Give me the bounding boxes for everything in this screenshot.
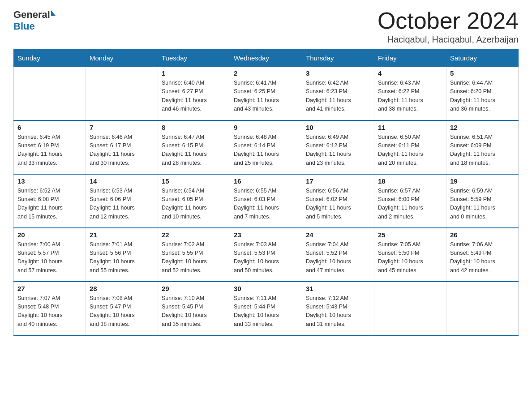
day-info: Sunrise: 6:44 AM Sunset: 6:20 PM Dayligh… (450, 79, 515, 114)
title-section: October 2024 Haciqabul, Haciqabul, Azerb… (378, 9, 519, 45)
day-info: Sunrise: 7:05 AM Sunset: 5:50 PM Dayligh… (378, 240, 442, 275)
day-info: Sunrise: 7:11 AM Sunset: 5:44 PM Dayligh… (234, 294, 298, 329)
day-number: 24 (306, 231, 370, 239)
calendar-cell: 10Sunrise: 6:49 AM Sunset: 6:12 PM Dayli… (302, 120, 374, 174)
calendar-cell: 17Sunrise: 6:56 AM Sunset: 6:02 PM Dayli… (302, 174, 374, 228)
day-info: Sunrise: 6:56 AM Sunset: 6:02 PM Dayligh… (306, 187, 370, 222)
logo-blue-text: Blue (13, 21, 56, 32)
day-number: 11 (378, 124, 442, 131)
calendar-cell: 16Sunrise: 6:55 AM Sunset: 6:03 PM Dayli… (230, 174, 302, 228)
day-number: 26 (450, 231, 515, 239)
day-info: Sunrise: 6:49 AM Sunset: 6:12 PM Dayligh… (306, 133, 370, 168)
day-info: Sunrise: 6:51 AM Sunset: 6:09 PM Dayligh… (450, 133, 515, 168)
day-number: 6 (17, 124, 82, 131)
weekday-header-wednesday: Wednesday (230, 50, 302, 67)
day-number: 30 (234, 285, 298, 292)
day-info: Sunrise: 6:55 AM Sunset: 6:03 PM Dayligh… (234, 187, 298, 222)
week-row-1: 1Sunrise: 6:40 AM Sunset: 6:27 PM Daylig… (14, 67, 519, 120)
calendar-cell: 15Sunrise: 6:54 AM Sunset: 6:05 PM Dayli… (158, 174, 230, 228)
day-info: Sunrise: 6:40 AM Sunset: 6:27 PM Dayligh… (162, 79, 226, 114)
day-number: 1 (162, 69, 226, 77)
day-info: Sunrise: 7:06 AM Sunset: 5:49 PM Dayligh… (450, 240, 515, 275)
calendar-cell: 18Sunrise: 6:57 AM Sunset: 6:00 PM Dayli… (374, 174, 446, 228)
calendar-cell: 8Sunrise: 6:47 AM Sunset: 6:15 PM Daylig… (158, 120, 230, 174)
day-info: Sunrise: 7:07 AM Sunset: 5:48 PM Dayligh… (17, 294, 82, 329)
day-number: 10 (306, 124, 370, 131)
weekday-header-tuesday: Tuesday (158, 50, 230, 67)
calendar-cell: 29Sunrise: 7:10 AM Sunset: 5:45 PM Dayli… (158, 282, 230, 335)
day-number: 20 (17, 231, 82, 239)
day-info: Sunrise: 7:03 AM Sunset: 5:53 PM Dayligh… (234, 240, 298, 275)
day-info: Sunrise: 7:04 AM Sunset: 5:52 PM Dayligh… (306, 240, 370, 275)
day-number: 22 (162, 231, 226, 239)
logo-general-text: General (13, 9, 50, 21)
weekday-header-monday: Monday (86, 50, 158, 67)
day-number: 14 (90, 177, 154, 185)
month-title: October 2024 (378, 9, 519, 32)
day-number: 8 (162, 124, 226, 131)
calendar-cell (446, 282, 519, 335)
day-info: Sunrise: 6:48 AM Sunset: 6:14 PM Dayligh… (234, 133, 298, 168)
calendar-cell: 7Sunrise: 6:46 AM Sunset: 6:17 PM Daylig… (86, 120, 158, 174)
page-header: General Blue October 2024 Haciqabul, Hac… (13, 9, 519, 45)
calendar-cell: 26Sunrise: 7:06 AM Sunset: 5:49 PM Dayli… (446, 228, 519, 282)
calendar-cell: 3Sunrise: 6:42 AM Sunset: 6:23 PM Daylig… (302, 67, 374, 120)
day-number: 15 (162, 177, 226, 185)
calendar-cell: 23Sunrise: 7:03 AM Sunset: 5:53 PM Dayli… (230, 228, 302, 282)
weekday-header-thursday: Thursday (302, 50, 374, 67)
day-info: Sunrise: 6:50 AM Sunset: 6:11 PM Dayligh… (378, 133, 442, 168)
calendar-cell: 24Sunrise: 7:04 AM Sunset: 5:52 PM Dayli… (302, 228, 374, 282)
day-number: 28 (90, 285, 154, 292)
calendar-cell: 31Sunrise: 7:12 AM Sunset: 5:43 PM Dayli… (302, 282, 374, 335)
day-number: 7 (90, 124, 154, 131)
calendar-cell: 12Sunrise: 6:51 AM Sunset: 6:09 PM Dayli… (446, 120, 519, 174)
day-number: 2 (234, 69, 298, 77)
day-number: 21 (90, 231, 154, 239)
day-info: Sunrise: 6:45 AM Sunset: 6:19 PM Dayligh… (17, 133, 82, 168)
weekday-header-saturday: Saturday (446, 50, 519, 67)
day-number: 29 (162, 285, 226, 292)
calendar-cell (86, 67, 158, 120)
day-info: Sunrise: 6:53 AM Sunset: 6:06 PM Dayligh… (90, 187, 154, 222)
day-info: Sunrise: 6:46 AM Sunset: 6:17 PM Dayligh… (90, 133, 154, 168)
calendar-cell: 27Sunrise: 7:07 AM Sunset: 5:48 PM Dayli… (14, 282, 86, 335)
location-title: Haciqabul, Haciqabul, Azerbaijan (378, 34, 519, 45)
calendar-cell: 11Sunrise: 6:50 AM Sunset: 6:11 PM Dayli… (374, 120, 446, 174)
day-info: Sunrise: 6:59 AM Sunset: 5:59 PM Dayligh… (450, 187, 515, 222)
day-info: Sunrise: 6:42 AM Sunset: 6:23 PM Dayligh… (306, 79, 370, 114)
day-number: 5 (450, 69, 515, 77)
day-number: 23 (234, 231, 298, 239)
day-info: Sunrise: 7:00 AM Sunset: 5:57 PM Dayligh… (17, 240, 82, 275)
calendar-cell: 30Sunrise: 7:11 AM Sunset: 5:44 PM Dayli… (230, 282, 302, 335)
calendar-cell: 20Sunrise: 7:00 AM Sunset: 5:57 PM Dayli… (14, 228, 86, 282)
day-number: 13 (17, 177, 82, 185)
weekday-header-row: SundayMondayTuesdayWednesdayThursdayFrid… (14, 50, 519, 67)
day-info: Sunrise: 7:02 AM Sunset: 5:55 PM Dayligh… (162, 240, 226, 275)
week-row-3: 13Sunrise: 6:52 AM Sunset: 6:08 PM Dayli… (14, 174, 519, 228)
calendar-cell: 5Sunrise: 6:44 AM Sunset: 6:20 PM Daylig… (446, 67, 519, 120)
calendar-cell: 1Sunrise: 6:40 AM Sunset: 6:27 PM Daylig… (158, 67, 230, 120)
calendar-cell: 25Sunrise: 7:05 AM Sunset: 5:50 PM Dayli… (374, 228, 446, 282)
day-number: 19 (450, 177, 515, 185)
day-info: Sunrise: 7:08 AM Sunset: 5:47 PM Dayligh… (90, 294, 154, 329)
day-number: 9 (234, 124, 298, 131)
week-row-2: 6Sunrise: 6:45 AM Sunset: 6:19 PM Daylig… (14, 120, 519, 174)
calendar-cell: 28Sunrise: 7:08 AM Sunset: 5:47 PM Dayli… (86, 282, 158, 335)
week-row-4: 20Sunrise: 7:00 AM Sunset: 5:57 PM Dayli… (14, 228, 519, 282)
weekday-header-friday: Friday (374, 50, 446, 67)
day-number: 27 (17, 285, 82, 292)
logo-triangle-icon (51, 10, 56, 16)
day-info: Sunrise: 6:52 AM Sunset: 6:08 PM Dayligh… (17, 187, 82, 222)
calendar-cell: 9Sunrise: 6:48 AM Sunset: 6:14 PM Daylig… (230, 120, 302, 174)
day-info: Sunrise: 7:01 AM Sunset: 5:56 PM Dayligh… (90, 240, 154, 275)
day-number: 25 (378, 231, 442, 239)
calendar-cell: 6Sunrise: 6:45 AM Sunset: 6:19 PM Daylig… (14, 120, 86, 174)
week-row-5: 27Sunrise: 7:07 AM Sunset: 5:48 PM Dayli… (14, 282, 519, 335)
day-number: 17 (306, 177, 370, 185)
day-number: 18 (378, 177, 442, 185)
calendar-table: SundayMondayTuesdayWednesdayThursdayFrid… (13, 49, 519, 336)
day-info: Sunrise: 6:57 AM Sunset: 6:00 PM Dayligh… (378, 187, 442, 222)
day-number: 12 (450, 124, 515, 131)
calendar-cell (374, 282, 446, 335)
day-info: Sunrise: 7:12 AM Sunset: 5:43 PM Dayligh… (306, 294, 370, 329)
